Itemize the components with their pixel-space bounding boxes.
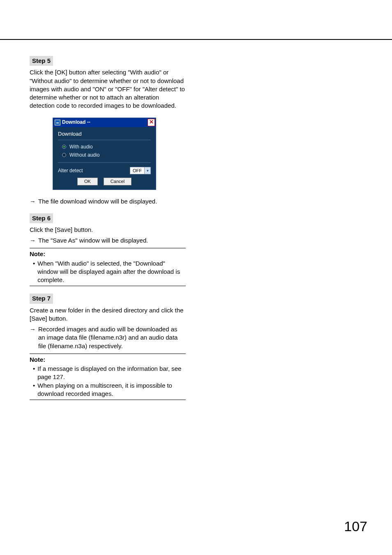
dialog-body: Download With audio Without audio Alt — [53, 127, 156, 190]
step7-note-item-1: If a message is displayed on the informa… — [37, 365, 186, 382]
step5-section: Step 5 Click the [OK] button after selec… — [30, 56, 186, 206]
cancel-button[interactable]: Cancel — [104, 178, 131, 185]
alter-detect-value: OFF — [130, 167, 144, 174]
dialog-divider-2 — [58, 162, 151, 163]
radio-unselected-icon — [62, 153, 66, 157]
download-dialog: Download -- ✕ Download With audio — [53, 118, 156, 190]
step6-body: Click the [Save] button. — [30, 226, 186, 234]
step6-note-item-1: When "With audio" is selected, the "Down… — [37, 259, 186, 284]
step6-label: Step 6 — [30, 213, 53, 223]
arrow-icon: → — [30, 236, 36, 245]
step7-label: Step 7 — [30, 294, 53, 303]
chevron-down-icon: ▾ — [144, 167, 151, 174]
step6-section: Step 6 Click the [Save] button. → The "S… — [30, 213, 186, 287]
step7-section: Step 7 Create a new folder in the desire… — [30, 294, 186, 400]
step5-result: → The file download window will be displ… — [30, 197, 186, 206]
note-rule-top — [30, 248, 186, 248]
alter-detect-select[interactable]: OFF ▾ — [130, 167, 151, 174]
dialog-icon — [55, 120, 60, 125]
step7-result-text: Recorded images and audio will be downlo… — [38, 325, 186, 350]
alter-detect-row: Alter detect OFF ▾ — [58, 167, 151, 174]
alter-detect-label: Alter detect — [58, 167, 126, 174]
radio-selected-icon — [62, 145, 66, 149]
radio-with-audio[interactable]: With audio — [62, 143, 151, 150]
content-column: Step 5 Click the [OK] button after selec… — [30, 56, 186, 400]
note-rule-top — [30, 354, 186, 354]
note-title: Note: — [30, 356, 186, 364]
step5-result-text: The file download window will be display… — [38, 197, 157, 206]
radio-with-audio-label: With audio — [69, 143, 93, 150]
step7-note-list: If a message is displayed on the informa… — [30, 365, 186, 398]
close-icon[interactable]: ✕ — [148, 119, 155, 126]
step6-result: → The "Save As" window will be displayed… — [30, 236, 186, 245]
note-title: Note: — [30, 250, 186, 258]
radio-without-audio-label: Without audio — [69, 152, 99, 158]
step7-result: → Recorded images and audio will be down… — [30, 325, 186, 350]
step6-note: Note: When "With audio" is selected, the… — [30, 248, 186, 286]
step6-note-list: When "With audio" is selected, the "Down… — [30, 259, 186, 284]
header-rule — [0, 39, 392, 40]
download-dialog-figure: Download -- ✕ Download With audio — [53, 118, 186, 190]
dialog-heading: Download — [58, 130, 151, 138]
dialog-titlebar: Download -- ✕ — [53, 118, 156, 127]
note-rule-bottom — [30, 400, 186, 400]
step7-body: Create a new folder in the desired direc… — [30, 306, 186, 323]
dialog-divider-1 — [58, 140, 151, 140]
step5-label: Step 5 — [30, 56, 53, 66]
dialog-title: Download -- — [62, 119, 90, 125]
step5-body: Click the [OK] button after selecting "W… — [30, 68, 186, 110]
arrow-icon: → — [30, 197, 36, 206]
arrow-icon: → — [30, 325, 36, 350]
ok-button[interactable]: OK — [77, 178, 98, 185]
step7-note: Note: If a message is displayed on the i… — [30, 354, 186, 400]
page-number: 107 — [344, 518, 367, 534]
radio-without-audio[interactable]: Without audio — [62, 152, 151, 158]
step7-note-item-2: When playing on a multiscreen, it is imp… — [37, 382, 186, 398]
step6-result-text: The "Save As" window will be displayed. — [38, 236, 148, 245]
dialog-button-row: OK Cancel — [58, 178, 151, 185]
